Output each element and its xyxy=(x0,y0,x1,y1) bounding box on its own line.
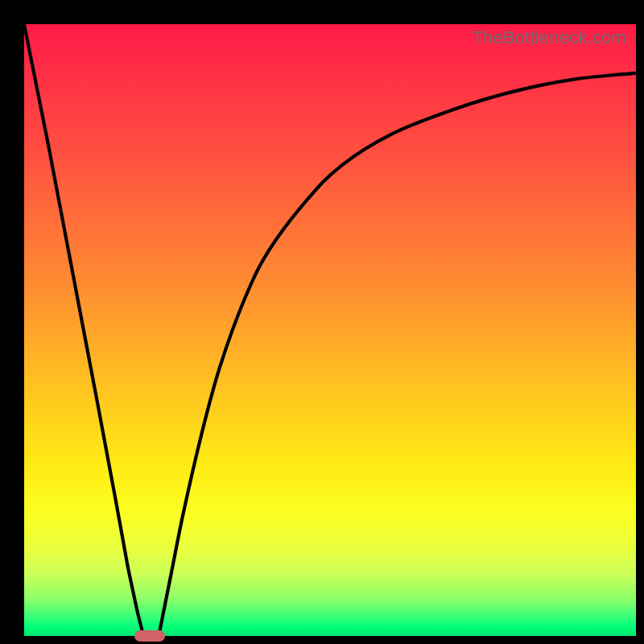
plot-area: TheBottleneck.com xyxy=(24,24,636,636)
curve-path xyxy=(24,24,636,636)
optimal-marker xyxy=(134,630,165,642)
chart-frame: TheBottleneck.com xyxy=(0,0,644,644)
bottleneck-curve xyxy=(24,24,636,636)
